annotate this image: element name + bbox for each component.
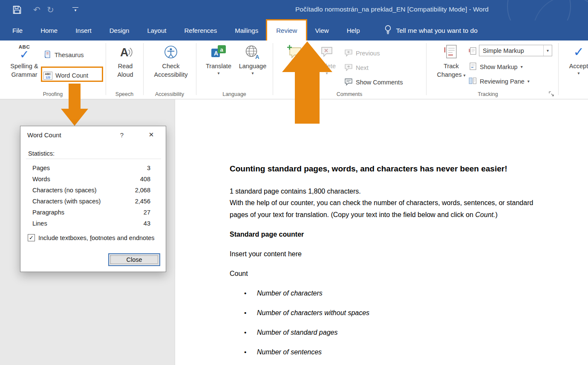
tab-home[interactable]: Home xyxy=(32,20,66,41)
tab-insert[interactable]: Insert xyxy=(66,20,101,41)
bullet-icon: • xyxy=(244,309,257,316)
language-button[interactable]: A Language ▾ xyxy=(236,41,269,76)
tell-me-box[interactable]: Tell me what you want to do xyxy=(384,20,478,41)
undo-icon[interactable]: ↶ xyxy=(33,5,40,15)
word-count-highlight-box xyxy=(41,67,103,82)
spelling-grammar-button[interactable]: ABC ✓ Spelling & Grammar xyxy=(6,41,43,79)
tab-view[interactable]: View xyxy=(306,20,337,41)
include-textboxes-checkbox[interactable]: ✓ xyxy=(28,234,35,241)
bullet-icon: • xyxy=(244,348,257,356)
doc-bullet-item: •Number of characters xyxy=(244,290,323,297)
checkbox-label: Include textboxes, footnotes and endnote… xyxy=(38,235,155,241)
show-comments-button[interactable]: Show Comments xyxy=(344,76,403,88)
dropdown-arrow-icon: ▾ xyxy=(521,64,523,70)
svg-text:A: A xyxy=(214,50,218,57)
next-comment-button[interactable]: Next xyxy=(344,62,369,74)
doc-paragraph: With the help of our counter, you can ch… xyxy=(230,199,533,207)
check-accessibility-button[interactable]: Check Accessibility xyxy=(147,41,194,79)
annotation-arrow-down-shaft xyxy=(69,84,81,109)
bullet-icon: • xyxy=(244,329,257,336)
tracking-dialog-launcher-icon[interactable] xyxy=(549,91,555,97)
lightbulb-icon xyxy=(384,25,392,36)
word-window: ↶ ↻ ▾ Počítadlo normostrán_na preklad_EN… xyxy=(0,0,588,365)
group-label-accessibility: Accessibility xyxy=(143,91,196,97)
redo-icon[interactable]: ↻ xyxy=(47,5,54,15)
dropdown-arrow-icon: ▾ xyxy=(251,70,254,76)
next-comment-icon xyxy=(344,64,353,72)
read-aloud-button[interactable]: A Read Aloud xyxy=(108,41,142,79)
thesaurus-button[interactable]: Thesaurus xyxy=(43,49,84,61)
track-changes-button[interactable]: Track Changes ▾ xyxy=(435,41,467,79)
tab-mailings[interactable]: Mailings xyxy=(226,20,267,41)
window-title: Počítadlo normostrán_na preklad_EN [Comp… xyxy=(295,6,489,13)
annotation-arrow-down-head xyxy=(61,109,88,126)
previous-comment-icon xyxy=(344,49,353,58)
group-divider xyxy=(196,43,196,95)
translate-icon: A a xyxy=(211,42,226,62)
show-markup-icon xyxy=(469,62,477,72)
group-divider xyxy=(143,43,144,95)
tab-help[interactable]: Help xyxy=(338,20,369,41)
dialog-close-icon[interactable]: ✕ xyxy=(147,131,156,139)
table-row: Lines43 xyxy=(20,218,166,229)
reviewing-pane-icon xyxy=(469,77,477,86)
group-label-proofing: Proofing xyxy=(0,91,106,97)
statistics-label: Statistics: xyxy=(28,150,55,157)
customize-quick-access-icon[interactable]: ▾ xyxy=(72,7,78,12)
dialog-help-icon[interactable]: ? xyxy=(118,131,126,139)
group-label-language: Language xyxy=(196,91,273,97)
table-row: Characters (no spaces)2,068 xyxy=(20,185,166,196)
table-row: Characters (with spaces)2,456 xyxy=(20,196,166,207)
table-row: Paragraphs27 xyxy=(20,207,166,218)
annotation-arrow-up-shaft xyxy=(295,71,320,124)
statistics-table: Pages3 Words408 Characters (no spaces)2,… xyxy=(20,163,166,229)
tell-me-label: Tell me what you want to do xyxy=(396,27,478,35)
show-markup-button[interactable]: Show Markup ▾ xyxy=(469,61,523,73)
language-globe-icon: A xyxy=(245,42,260,62)
combo-dropdown-icon[interactable]: ▾ xyxy=(543,45,552,56)
tab-layout[interactable]: Layout xyxy=(138,20,175,41)
group-label-speech: Speech xyxy=(106,91,143,97)
doc-heading: Counting standard pages, words, and char… xyxy=(230,164,507,174)
display-for-review-icon xyxy=(469,47,477,57)
tab-review[interactable]: Review xyxy=(267,20,306,41)
checkmark-icon: ✓ xyxy=(29,235,34,241)
group-label-tracking: Tracking xyxy=(426,91,550,97)
accept-check-icon: ✓ xyxy=(573,42,584,62)
svg-text:a: a xyxy=(220,46,224,53)
table-row: Pages3 xyxy=(20,163,166,174)
display-for-review-select[interactable]: Simple Markup ▾ xyxy=(479,45,552,56)
doc-paragraph: pages of your text for translation. (Cop… xyxy=(230,211,498,219)
bullet-icon: • xyxy=(244,290,257,297)
annotation-arrow-up-head xyxy=(282,41,332,72)
group-divider xyxy=(426,43,427,95)
thesaurus-icon xyxy=(43,50,52,60)
previous-comment-button[interactable]: Previous xyxy=(344,47,380,59)
tab-design[interactable]: Design xyxy=(101,20,138,41)
doc-paragraph: Insert your content here xyxy=(230,250,302,258)
svg-text:A: A xyxy=(255,54,259,59)
doc-bullet-item: •Number of characters without spaces xyxy=(244,309,369,317)
save-icon[interactable] xyxy=(13,6,21,16)
dropdown-arrow-icon: ▾ xyxy=(464,73,466,78)
accept-button[interactable]: ✓ Accept ▾ xyxy=(563,41,588,76)
tab-references[interactable]: References xyxy=(175,20,226,41)
dialog-title: Word Count xyxy=(27,131,61,139)
tab-file[interactable]: File xyxy=(3,20,32,41)
translate-button[interactable]: A a Translate ▾ xyxy=(203,41,234,76)
doc-subheading: Standard page counter xyxy=(230,231,304,238)
show-comments-icon xyxy=(344,78,353,87)
check-accessibility-icon xyxy=(164,42,178,62)
doc-paragraph: Count xyxy=(230,270,248,278)
group-divider xyxy=(558,43,559,95)
table-row: Words408 xyxy=(20,174,166,185)
doc-bullet-item: •Number of sentences xyxy=(244,348,322,356)
document-page[interactable]: Counting standard pages, words, and char… xyxy=(175,99,588,365)
dropdown-arrow-icon: ▾ xyxy=(527,78,530,84)
close-button[interactable]: Close xyxy=(108,253,160,266)
dropdown-arrow-icon: ▾ xyxy=(217,70,219,76)
reviewing-pane-button[interactable]: Reviewing Pane ▾ xyxy=(469,75,530,87)
svg-text:A: A xyxy=(120,46,129,59)
doc-bullet-item: •Number of standard pages xyxy=(244,329,337,336)
ribbon-tab-bar: File Home Insert Design Layout Reference… xyxy=(0,20,588,41)
